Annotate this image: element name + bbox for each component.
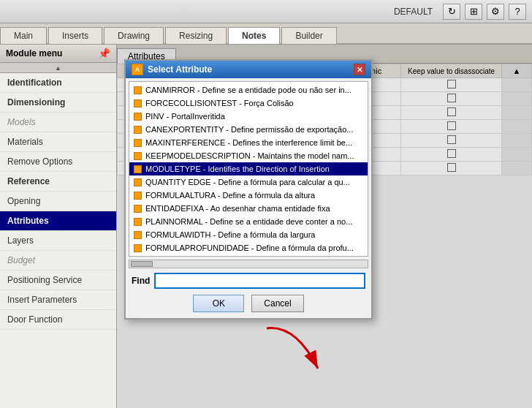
top-toolbar: DEFAULT ↻ ⊞ ⚙ ? [0,0,532,23]
hscroll-thumb[interactable] [131,261,153,267]
sidebar-item-models[interactable]: Models [0,113,116,132]
main-tab-bar: Main Inserts Drawing Resizing Notes Buil… [0,23,532,45]
dialog-buttons: OK Cancel [126,292,371,318]
sidebar-item-budget[interactable]: Budget [0,251,116,271]
modal-title-left: A Select Attribute [132,64,212,75]
list-item-icon [132,111,142,121]
horizontal-scrollbar[interactable] [129,260,368,268]
list-item-text: ENTIDADEFIXA - Ao desenhar chama entidad… [145,204,330,213]
help-button[interactable]: ? [509,4,526,20]
list-item-text: FORMULAWIDTH - Define a fórmula da largu… [145,230,316,239]
list-item[interactable]: FORCECOLLISIONTEST - Força Colisão [129,97,368,110]
list-item-icon [132,81,142,82]
list-item-text: MODULETYPE - Identifies the Direction of… [145,165,330,173]
sidebar-item-opening[interactable]: Opening [0,192,116,211]
modal-overlay: A Select Attribute ✕ NESTING - Entra na … [117,45,532,408]
list-item-text: PLAINNORMAL - Define se a entidade deve … [145,217,352,226]
sidebar-scroll-up[interactable]: ▲ [0,63,116,73]
list-item-text: QUANTITY EDGE - Define a fórmula para ca… [145,178,350,186]
sidebar-pin-icon[interactable]: 📌 [98,48,110,59]
sidebar-item-positioning-service[interactable]: Positioning Service [0,271,116,290]
list-item-text: FORMULAALTURA - Define a fórmula da altu… [145,191,315,200]
list-item-icon [132,256,142,257]
tab-builder[interactable]: Builder [281,27,336,44]
list-item-icon [132,151,142,161]
list-item[interactable]: MAXINTERFERENCE - Defines the interferen… [129,136,368,149]
sidebar-item-reference[interactable]: Reference [0,172,116,192]
list-item[interactable]: CANEXPORTENTITY - Define permissão de ex… [129,123,368,136]
dialog-title: Select Attribute [148,64,212,75]
list-item-icon [132,216,142,227]
sidebar-items: Identification Dimensioning Models Mater… [0,73,116,408]
attribute-list[interactable]: NESTING - Entra na lista de chaspas a se… [129,81,368,257]
list-item-text: MAXINTERFERENCE - Defines the interferen… [145,138,352,147]
list-item[interactable]: KEEPMODELDESCRIPTION - Maintains the mod… [129,149,368,162]
list-item-icon [132,124,142,135]
sidebar-item-materials[interactable]: Materials [0,132,116,152]
tab-notes[interactable]: Notes [228,27,280,44]
list-item-icon [132,98,142,108]
dialog-close-button[interactable]: ✕ [354,64,365,75]
list-item-text: KEEPMODELDESCRIPTION - Maintains the mod… [145,151,354,160]
tab-inserts[interactable]: Inserts [48,27,102,44]
list-item[interactable]: DRAWDETAILEDCONTOURMESH - Desenha o cont… [129,254,368,257]
settings-button[interactable]: ⚙ [487,4,504,20]
tab-resizing[interactable]: Resizing [165,27,227,44]
ok-button[interactable]: OK [193,295,244,312]
list-item-icon [132,243,142,253]
sidebar: Module menu 📌 ▲ Identification Dimension… [0,45,117,408]
dialog-icon: A [132,64,143,75]
arrow-annotation [259,325,325,378]
list-item-icon [132,190,142,200]
refresh-button[interactable]: ↻ [443,4,460,20]
find-label: Find [132,276,150,286]
sidebar-title: Module menu [6,48,62,58]
sidebar-item-attributes[interactable]: Attributes [0,211,116,231]
list-item[interactable]: FORMULAALTURA - Define a fórmula da altu… [129,189,368,202]
list-item-text: FORCECOLLISIONTEST - Força Colisão [145,99,294,107]
sidebar-item-identification[interactable]: Identification [0,73,116,93]
content-area: Module menu 📌 ▲ Identification Dimension… [0,45,532,408]
sidebar-header: Module menu 📌 [0,45,116,63]
main-panel: Attributes Visible Dynamic Keep value to… [117,45,532,408]
list-item-text: PINV - PortalInveritida [145,112,225,121]
sidebar-item-insert-parameters[interactable]: Insert Parameters [0,290,116,310]
sidebar-item-door-function[interactable]: Door Function [0,310,116,330]
find-input[interactable] [154,273,365,289]
default-label: DEFAULT [394,7,433,17]
list-item[interactable]: PINV - PortalInveritida [129,110,368,123]
list-item-icon [132,137,142,148]
sidebar-item-remove-options[interactable]: Remove Options [0,152,116,172]
toolbar-right: DEFAULT ↻ ⊞ ⚙ ? [394,4,526,20]
list-item-text: CANEXPORTENTITY - Define permissão de ex… [145,125,353,134]
list-item[interactable]: MODULETYPE - Identifies the Direction of… [129,162,368,175]
list-item[interactable]: ENTIDADEFIXA - Ao desenhar chama entidad… [129,202,368,215]
list-item-icon [132,164,142,174]
sidebar-item-dimensioning[interactable]: Dimensioning [0,93,116,113]
list-item[interactable]: PLAINNORMAL - Define se a entidade deve … [129,215,368,228]
list-item-icon [132,177,142,187]
list-item-icon [132,85,142,95]
sidebar-item-layers[interactable]: Layers [0,231,116,251]
list-item[interactable]: QUANTITY EDGE - Define a fórmula para ca… [129,175,368,189]
find-row: Find [126,268,371,292]
list-item[interactable]: FORMULAWIDTH - Define a fórmula da largu… [129,228,368,241]
list-item[interactable]: FORMULAPROFUNDIDADE - Define a fórmula d… [129,241,368,254]
modal-titlebar: A Select Attribute ✕ [126,61,371,78]
list-item-text: CANMIRROR - Define se a entidade pode ou… [145,86,352,94]
list-item-icon [132,230,142,240]
list-item-icon [132,203,142,214]
list-item-text: FORMULAPROFUNDIDADE - Define a fórmula d… [145,243,354,252]
cancel-button[interactable]: Cancel [251,295,303,312]
tab-main[interactable]: Main [0,27,47,44]
list-item[interactable]: CANMIRROR - Define se a entidade pode ou… [129,83,368,97]
select-attribute-dialog: A Select Attribute ✕ NESTING - Entra na … [124,59,373,320]
tab-drawing[interactable]: Drawing [104,27,164,44]
grid-button[interactable]: ⊞ [465,4,482,20]
